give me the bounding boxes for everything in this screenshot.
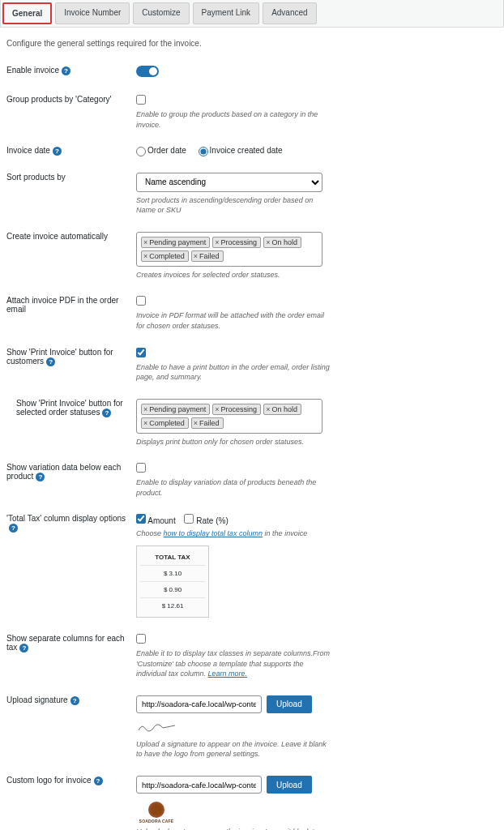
amount-checkbox[interactable]: [136, 514, 146, 524]
close-icon[interactable]: ×: [194, 419, 198, 427]
variation-desc: Enable to display variation data of prod…: [136, 477, 331, 498]
help-icon[interactable]: ?: [46, 357, 55, 366]
variation-checkbox[interactable]: [136, 463, 146, 473]
help-icon[interactable]: ?: [94, 777, 103, 785]
tag-processing[interactable]: ×Processing: [212, 404, 261, 415]
print-button-desc: Enable to have a print button in the ord…: [136, 362, 331, 383]
logo-upload-button[interactable]: Upload: [267, 776, 312, 794]
logo-desc: Upload a logo to appear on the invoice. …: [136, 827, 331, 830]
learn-more-link[interactable]: Learn more.: [208, 670, 248, 678]
sort-products-label: Sort products by: [6, 173, 66, 182]
auto-desc: Creates invoices for selected order stat…: [136, 270, 331, 280]
print-button-label: Show 'Print Invoice' button for customer…: [6, 348, 113, 366]
help-icon[interactable]: ?: [53, 147, 62, 156]
tab-invoice-number[interactable]: Invoice Number: [55, 2, 130, 24]
intro-text: Configure the general settings required …: [6, 39, 498, 48]
help-icon[interactable]: ?: [36, 473, 45, 481]
close-icon[interactable]: ×: [194, 252, 198, 260]
close-icon[interactable]: ×: [266, 238, 270, 246]
rate-checkbox[interactable]: [184, 514, 194, 524]
signature-label: Upload signature: [6, 695, 68, 704]
close-icon[interactable]: ×: [215, 405, 219, 413]
group-products-label: Group products by 'Category': [6, 95, 111, 104]
close-icon[interactable]: ×: [215, 238, 219, 246]
help-icon[interactable]: ?: [9, 524, 18, 533]
tax-display-link[interactable]: how to display total tax column: [164, 529, 263, 537]
tag-completed[interactable]: ×Completed: [141, 250, 189, 262]
enable-invoice-toggle[interactable]: [136, 66, 159, 77]
attach-pdf-label: Attach invoice PDF in the order email: [6, 296, 118, 314]
close-icon[interactable]: ×: [143, 419, 147, 427]
tab-customize[interactable]: Customize: [133, 2, 189, 24]
tax-preview-table: TOTAL TAX $ 3.10 $ 0.90 $ 12.61: [136, 545, 209, 618]
create-auto-label: Create invoice automatically: [6, 232, 108, 241]
logo-image: [148, 802, 164, 818]
tax-table-header: TOTAL TAX: [140, 550, 205, 566]
print-status-desc: Displays print button only for chosen or…: [136, 437, 331, 447]
tax-row: $ 12.61: [140, 598, 205, 614]
close-icon[interactable]: ×: [143, 252, 147, 260]
sep-tax-desc: Enable it to to display tax classes in s…: [136, 648, 331, 679]
print-status-tagbox[interactable]: ×Pending payment ×Processing ×On hold ×C…: [136, 399, 322, 434]
total-tax-label: 'Total Tax' column display options: [6, 514, 126, 523]
order-date-label: Order date: [147, 146, 186, 155]
tag-failed[interactable]: ×Failed: [191, 250, 224, 262]
amount-label: Amount: [147, 516, 175, 525]
tax-row: $ 3.10: [140, 566, 205, 582]
signature-preview: [136, 720, 498, 736]
signature-upload-button[interactable]: Upload: [267, 695, 312, 713]
tab-payment-link[interactable]: Payment Link: [193, 2, 260, 24]
rate-label: Rate (%): [196, 516, 228, 525]
tab-advanced[interactable]: Advanced: [263, 2, 316, 24]
sep-tax-checkbox[interactable]: [136, 634, 146, 644]
tabs-nav: General Invoice Number Customize Payment…: [0, 0, 504, 28]
total-tax-desc: Choose how to display total tax column i…: [136, 528, 331, 539]
tax-row: $ 0.90: [140, 582, 205, 598]
enable-invoice-label: Enable invoice: [6, 66, 59, 75]
help-icon[interactable]: ?: [19, 644, 28, 652]
logo-url-input[interactable]: [136, 776, 262, 794]
invoice-created-date-label: Invoice created date: [210, 146, 283, 155]
logo-label: Custom logo for invoice: [6, 776, 92, 785]
tag-onhold[interactable]: ×On hold: [263, 237, 301, 248]
help-icon[interactable]: ?: [102, 409, 111, 417]
invoice-date-label: Invoice date: [6, 146, 50, 155]
signature-url-input[interactable]: [136, 695, 262, 713]
variation-label: Show variation data below each product: [6, 463, 121, 481]
close-icon[interactable]: ×: [143, 238, 147, 246]
help-icon[interactable]: ?: [62, 66, 70, 75]
close-icon[interactable]: ×: [266, 405, 270, 413]
tab-general[interactable]: General: [2, 2, 52, 24]
print-button-checkbox[interactable]: [136, 348, 146, 357]
attach-pdf-checkbox[interactable]: [136, 296, 146, 306]
sort-products-desc: Sort products in ascending/descending or…: [136, 195, 331, 216]
tag-pending[interactable]: ×Pending payment: [141, 404, 210, 415]
group-products-desc: Enable to group the products based on a …: [136, 109, 331, 130]
logo-preview: SOADORA CAFE: [136, 802, 177, 824]
logo-text: SOADORA CAFE: [139, 819, 174, 824]
sort-products-select[interactable]: Name ascending: [136, 173, 322, 192]
tag-failed[interactable]: ×Failed: [191, 417, 224, 429]
attach-pdf-desc: Invoice in PDF format will be attached w…: [136, 310, 331, 331]
order-date-radio[interactable]: [136, 147, 146, 156]
help-icon[interactable]: ?: [70, 696, 79, 705]
tag-pending[interactable]: ×Pending payment: [141, 237, 210, 248]
auto-status-tagbox[interactable]: ×Pending payment ×Processing ×On hold ×C…: [136, 232, 322, 267]
group-products-checkbox[interactable]: [136, 95, 146, 105]
tag-onhold[interactable]: ×On hold: [263, 404, 301, 415]
tag-processing[interactable]: ×Processing: [212, 237, 261, 248]
signature-desc: Upload a signature to appear on the invo…: [136, 739, 331, 759]
close-icon[interactable]: ×: [143, 405, 147, 413]
tag-completed[interactable]: ×Completed: [141, 417, 189, 429]
invoice-created-date-radio[interactable]: [199, 147, 208, 156]
